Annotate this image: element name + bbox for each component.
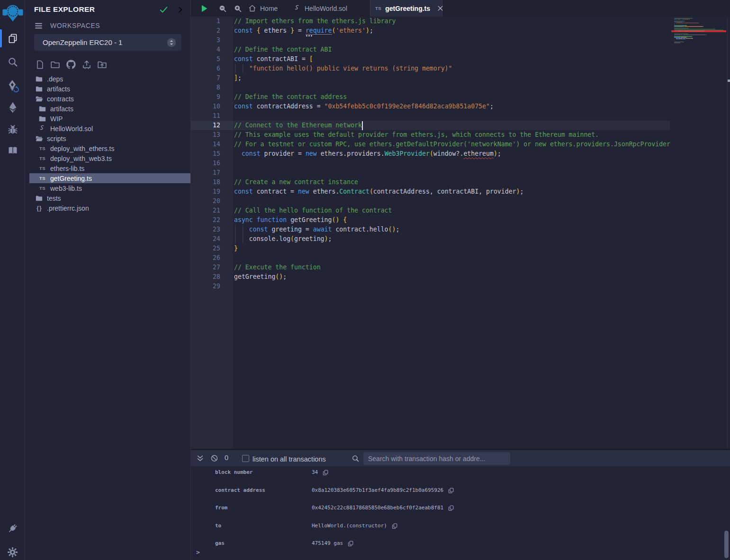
token-kw: new bbox=[306, 150, 317, 157]
clear-console-icon[interactable] bbox=[210, 450, 218, 466]
token-pl: greeting = bbox=[268, 226, 313, 233]
code-line-29 bbox=[191, 282, 670, 291]
code-line-18: // Create a new contract instance bbox=[191, 178, 670, 187]
create-new-folder-button[interactable] bbox=[50, 59, 61, 70]
token-pl: ; bbox=[490, 103, 494, 110]
token-pl: contractABI = bbox=[253, 55, 309, 62]
activity-item-solidity-compiler[interactable] bbox=[0, 76, 25, 96]
tree-item-deploy-with-web3-ts[interactable]: TSdeploy_with_web3.ts bbox=[26, 153, 190, 163]
chevron-right-icon[interactable] bbox=[177, 6, 184, 13]
zoom-out-button[interactable] bbox=[216, 0, 229, 17]
token-pl: contractAddress, contractABI, provider bbox=[373, 188, 516, 195]
close-tab-icon[interactable] bbox=[437, 5, 444, 12]
hamburger-icon[interactable] bbox=[34, 21, 43, 30]
minimap-line-segment bbox=[677, 19, 680, 19]
terminal-search-input[interactable] bbox=[363, 452, 510, 465]
tab-label: HelloWorld.sol bbox=[305, 5, 347, 12]
tree-item--deps[interactable]: .deps bbox=[26, 74, 190, 84]
tab-helloworld-sol[interactable]: HelloWorld.sol bbox=[288, 0, 365, 17]
tree-item-tests[interactable]: tests bbox=[26, 193, 190, 203]
token-brk: { bbox=[257, 27, 261, 34]
code-line-17 bbox=[191, 168, 670, 178]
upload-files-button[interactable] bbox=[81, 59, 92, 70]
activity-item-debugger[interactable] bbox=[0, 120, 25, 139]
minimap-line-segment bbox=[683, 22, 683, 22]
copy-icon[interactable] bbox=[348, 541, 354, 549]
copy-icon[interactable] bbox=[323, 470, 329, 478]
tree-item-artifacts[interactable]: artifacts bbox=[26, 84, 190, 94]
home-icon bbox=[248, 4, 256, 12]
copy-icon[interactable] bbox=[448, 488, 454, 496]
token-kw: const bbox=[234, 188, 253, 195]
code-line-8 bbox=[191, 83, 670, 92]
tree-item-wip[interactable]: WIP bbox=[26, 114, 190, 124]
zoom-in-button[interactable] bbox=[232, 0, 244, 17]
tree-item-label: getGreeting.ts bbox=[50, 175, 92, 182]
minimap-line-segment bbox=[676, 35, 681, 35]
tree-item-label: deploy_with_web3.ts bbox=[50, 155, 112, 162]
run-script-button[interactable] bbox=[198, 0, 210, 17]
token-pl: getGreeting bbox=[234, 273, 275, 280]
new-folder-icon bbox=[50, 60, 61, 70]
listen-transactions-checkbox[interactable] bbox=[242, 455, 249, 462]
folder-icon bbox=[38, 105, 46, 113]
tree-item-helloworld-sol[interactable]: HelloWorld.sol bbox=[26, 124, 190, 133]
token-pl bbox=[234, 226, 249, 233]
terminal-toolbar: 0 listen on all transactions bbox=[191, 450, 730, 466]
overview-ruler-cursor-mark bbox=[728, 80, 730, 82]
check-icon[interactable] bbox=[159, 5, 168, 14]
minimap-line-segment bbox=[680, 43, 680, 43]
minimap[interactable] bbox=[670, 17, 727, 449]
code-line-15: const provider = new ethers.providers.We… bbox=[191, 149, 670, 159]
minimap-line-segment bbox=[675, 24, 675, 24]
terminal-row-key: gas bbox=[215, 540, 225, 547]
token-com: // Define the contract ABI bbox=[234, 46, 332, 53]
tree-item-artifacts[interactable]: artifacts bbox=[26, 104, 190, 114]
minimap-line-segment bbox=[686, 35, 689, 35]
remix-ide-app: FILE EXPLORER WORKSPACES OpenZeppelin ER… bbox=[0, 0, 730, 560]
activity-item-remix-logo[interactable] bbox=[0, 2, 25, 25]
text-cursor bbox=[362, 121, 363, 130]
token-str: "function hello() public view returns (s… bbox=[249, 65, 452, 72]
activity-item-file-explorer[interactable] bbox=[0, 29, 25, 47]
upload-folder-button[interactable] bbox=[97, 59, 108, 70]
tree-item-ethers-lib-ts[interactable]: TSethers-lib.ts bbox=[26, 163, 190, 173]
activity-item-deploy-run[interactable] bbox=[0, 98, 25, 117]
tree-item-getgreeting-ts[interactable]: TSgetGreeting.ts bbox=[26, 173, 190, 183]
minimap-line-segment bbox=[703, 26, 703, 27]
tree-item-web3-lib-ts[interactable]: TSweb3-lib.ts bbox=[26, 183, 190, 193]
tree-item-deploy-with-ethers-ts[interactable]: TSdeploy_with_ethers.ts bbox=[26, 143, 190, 153]
copy-icon[interactable] bbox=[448, 505, 454, 514]
github-icon bbox=[66, 59, 76, 70]
copy-icon[interactable] bbox=[392, 523, 398, 532]
token-brk: [ bbox=[309, 55, 313, 62]
token-com: // Import ethers from the ethers.js libr… bbox=[234, 18, 396, 25]
expand-terminal-icon[interactable] bbox=[196, 450, 204, 466]
code-editor[interactable]: 1// Import ethers from the ethers.js lib… bbox=[191, 17, 730, 449]
activity-item-search[interactable] bbox=[0, 53, 25, 71]
play-icon bbox=[199, 3, 209, 14]
token-brk: { bbox=[343, 216, 347, 223]
token-hint: require bbox=[306, 27, 332, 35]
file-explorer-header: FILE EXPLORER bbox=[34, 3, 184, 16]
activity-item-learneth[interactable] bbox=[0, 141, 25, 160]
activity-item-plugin-manager[interactable] bbox=[0, 519, 25, 538]
token-typ: Web3Provider bbox=[385, 150, 430, 157]
tree-item--prettierrc-json[interactable]: { }.prettierrc.json bbox=[26, 203, 190, 213]
listen-transactions-label[interactable]: listen on all transactions bbox=[252, 455, 326, 463]
terminal-output[interactable]: > block number34contract address0x8a1203… bbox=[191, 466, 730, 560]
workspace-select[interactable]: OpenZeppelin ERC20 - 1 bbox=[34, 34, 181, 51]
tab-home[interactable]: Home bbox=[243, 0, 288, 17]
minimap-line-segment bbox=[700, 31, 703, 31]
token-kw: function bbox=[257, 216, 287, 223]
tree-item-scripts[interactable]: scripts bbox=[26, 133, 190, 143]
clone-git-repository-button[interactable] bbox=[65, 59, 76, 70]
tree-item-contracts[interactable]: contracts bbox=[26, 94, 190, 104]
minimap-line-segment bbox=[685, 38, 692, 38]
tab-getgreeting-ts[interactable]: TSgetGreeting.ts bbox=[370, 0, 442, 17]
upload-file-icon bbox=[81, 60, 92, 70]
editor-main: Home HelloWorld.solTSgetGreeting.ts 1// … bbox=[190, 0, 730, 560]
token-pl: greeting bbox=[294, 235, 324, 242]
activity-item-settings[interactable] bbox=[0, 542, 25, 560]
create-new-file-button[interactable] bbox=[34, 59, 45, 70]
